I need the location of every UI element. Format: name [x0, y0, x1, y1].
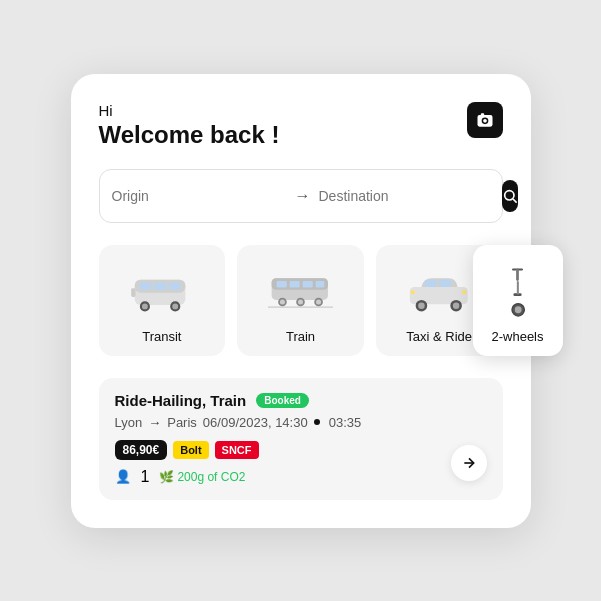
booking-tags: 86,90€ Bolt SNCF	[115, 440, 259, 460]
booking-route: Lyon → Paris 06/09/2023, 14:30 03:35	[115, 415, 487, 430]
svg-rect-10	[169, 283, 181, 290]
route-arrow-icon: →	[148, 415, 161, 430]
origin-input[interactable]	[112, 188, 287, 204]
greeting-text: Hi	[99, 102, 280, 119]
app-icon-button[interactable]	[467, 102, 503, 138]
svg-point-12	[142, 304, 148, 310]
destination-input[interactable]	[319, 188, 494, 204]
booking-bottom-row: 86,90€ Bolt SNCF 👤 1 🌿 200g of CO2	[115, 440, 487, 486]
svg-rect-21	[316, 281, 325, 288]
svg-rect-18	[277, 281, 287, 288]
booking-title: Ride-Hailing, Train	[115, 392, 247, 409]
booking-meta: 👤 1 🌿 200g of CO2	[115, 468, 259, 486]
transport-card-transit[interactable]: Transit	[99, 245, 226, 356]
svg-point-14	[173, 304, 179, 310]
svg-rect-19	[290, 281, 300, 288]
booking-duration: 03:35	[329, 415, 362, 430]
taxi-icon	[407, 263, 472, 318]
svg-rect-41	[517, 281, 519, 295]
svg-point-33	[418, 302, 425, 309]
camera-icon	[475, 110, 495, 130]
taxi-icon-area	[404, 261, 474, 321]
svg-point-43	[515, 306, 522, 313]
svg-point-23	[280, 300, 285, 305]
welcome-text: Welcome back !	[99, 121, 280, 149]
svg-rect-31	[439, 280, 451, 287]
svg-rect-36	[462, 291, 466, 295]
svg-rect-8	[140, 283, 152, 290]
route-origin: Lyon	[115, 415, 143, 430]
two-wheels-label: 2-wheels	[491, 329, 543, 344]
passenger-icon: 👤	[115, 469, 131, 484]
sncf-provider-tag: SNCF	[215, 441, 259, 459]
co2-value: 200g of CO2	[177, 470, 245, 484]
svg-rect-9	[155, 283, 167, 290]
svg-point-2	[483, 119, 487, 123]
train-icon-area	[266, 261, 336, 321]
taxi-label: Taxi & Ride	[406, 329, 472, 344]
bolt-provider-tag: Bolt	[173, 441, 208, 459]
bus-icon	[129, 263, 194, 318]
transport-card-two-wheels[interactable]: 2-wheels	[473, 245, 563, 356]
svg-point-35	[453, 302, 460, 309]
dot-icon	[314, 419, 320, 425]
svg-rect-20	[303, 281, 313, 288]
booking-left: 86,90€ Bolt SNCF 👤 1 🌿 200g of CO2	[115, 440, 259, 486]
search-button[interactable]	[502, 180, 518, 212]
arrow-icon: →	[295, 187, 311, 205]
header: Hi Welcome back !	[99, 102, 503, 149]
booked-badge: Booked	[256, 393, 309, 408]
search-bar: →	[99, 169, 503, 223]
search-icon	[502, 188, 518, 204]
transport-grid: Transit	[99, 245, 503, 356]
booking-header: Ride-Hailing, Train Booked	[115, 392, 487, 409]
transit-icon-area	[127, 261, 197, 321]
price-tag: 86,90€	[115, 440, 168, 460]
svg-rect-37	[410, 291, 414, 295]
transport-card-train[interactable]: Train	[237, 245, 364, 356]
svg-point-25	[298, 300, 303, 305]
greeting-block: Hi Welcome back !	[99, 102, 280, 149]
transit-label: Transit	[142, 329, 181, 344]
train-icon	[268, 263, 333, 318]
svg-point-4	[504, 190, 513, 199]
svg-rect-30	[425, 280, 437, 287]
booking-card[interactable]: Ride-Hailing, Train Booked Lyon → Paris …	[99, 378, 503, 500]
svg-line-5	[513, 199, 517, 203]
booking-date: 06/09/2023, 14:30	[203, 415, 308, 430]
booking-nav-arrow[interactable]	[451, 445, 487, 481]
svg-rect-15	[131, 288, 135, 297]
route-destination: Paris	[167, 415, 197, 430]
scooter-icon	[485, 263, 550, 318]
svg-point-27	[316, 300, 321, 305]
train-label: Train	[286, 329, 315, 344]
right-arrow-icon	[461, 455, 477, 471]
passenger-count: 1	[141, 468, 150, 486]
leaf-icon: 🌿	[159, 470, 174, 484]
main-card: Hi Welcome back ! →	[71, 74, 531, 528]
two-wheels-icon-area	[483, 261, 553, 321]
svg-rect-39	[516, 269, 519, 281]
co2-text: 🌿 200g of CO2	[159, 470, 245, 484]
svg-rect-3	[480, 113, 483, 116]
